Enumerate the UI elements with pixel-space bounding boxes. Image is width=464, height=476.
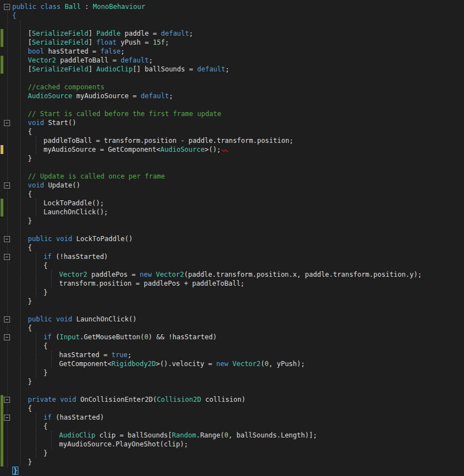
- code-line-text[interactable]: [12, 74, 464, 83]
- code-line-text[interactable]: {: [12, 422, 464, 431]
- code-line[interactable]: myAudioSource = GetComponent<AudioSource…: [0, 145, 464, 154]
- code-line[interactable]: −void Update(): [0, 181, 464, 190]
- code-line[interactable]: {: [0, 243, 464, 252]
- code-line[interactable]: {: [0, 261, 464, 270]
- code-line-text[interactable]: AudioSource myAudioSource = default;: [12, 92, 464, 100]
- code-line-text[interactable]: }: [12, 458, 464, 467]
- code-line-text[interactable]: [SerializeField] float yPush = 15f;: [12, 38, 464, 47]
- code-line[interactable]: {: [0, 127, 464, 136]
- code-line-text[interactable]: public void LockToPaddle(): [12, 234, 464, 243]
- code-line-text[interactable]: [12, 20, 464, 29]
- code-line[interactable]: }: [0, 467, 464, 475]
- code-line[interactable]: −public void LaunchOnClick(): [0, 315, 464, 324]
- code-line-text[interactable]: if (Input.GetMouseButton(0) && !hasStart…: [12, 333, 464, 342]
- code-line[interactable]: // Start is called before the first fram…: [0, 109, 464, 118]
- code-line[interactable]: −if (hasStarted): [0, 413, 464, 422]
- fold-collapse-icon[interactable]: −: [4, 316, 10, 323]
- code-line-text[interactable]: {: [12, 243, 464, 252]
- code-line-text[interactable]: private void OnCollisionEnter2D(Collisio…: [12, 395, 464, 404]
- fold-collapse-icon[interactable]: −: [4, 120, 10, 126]
- code-line-text[interactable]: paddleToBall = transform.position - padd…: [12, 136, 464, 145]
- code-line[interactable]: {: [0, 422, 464, 431]
- code-line-text[interactable]: {: [12, 261, 464, 270]
- code-line[interactable]: }: [0, 217, 464, 225]
- code-line[interactable]: AudioSource myAudioSource = default;: [0, 92, 464, 100]
- fold-collapse-icon[interactable]: −: [4, 397, 10, 403]
- fold-collapse-icon[interactable]: −: [4, 334, 10, 340]
- code-line[interactable]: [0, 386, 464, 395]
- code-line-text[interactable]: myAudioSource.PlayOneShot(clip);: [12, 440, 464, 449]
- code-line[interactable]: Vector2 paddleToBall = default;: [0, 56, 464, 65]
- code-line-text[interactable]: }: [12, 449, 464, 458]
- fold-collapse-icon[interactable]: −: [4, 236, 10, 242]
- code-line-text[interactable]: [12, 225, 464, 234]
- code-editor[interactable]: −public class Ball : MonoBehaviour{[Seri…: [0, 0, 464, 476]
- code-line-text[interactable]: myAudioSource = GetComponent<AudioSource…: [12, 145, 464, 154]
- code-line-text[interactable]: // Update is called once per frame: [12, 172, 464, 181]
- code-line-text[interactable]: if (hasStarted): [12, 413, 464, 422]
- code-line[interactable]: paddleToBall = transform.position - padd…: [0, 136, 464, 145]
- code-line-text[interactable]: [SerializeField] AudioClip[] ballSounds …: [12, 65, 464, 74]
- code-line[interactable]: [SerializeField] Paddle paddle = default…: [0, 29, 464, 38]
- code-line[interactable]: −void Start(): [0, 118, 464, 127]
- code-line[interactable]: }: [0, 154, 464, 163]
- code-line-text[interactable]: LockToPaddle();: [12, 199, 464, 208]
- code-line-text[interactable]: public class Ball : MonoBehaviour: [12, 2, 464, 11]
- code-line[interactable]: −if (!hasStarted): [0, 252, 464, 261]
- code-line-text[interactable]: [12, 100, 464, 109]
- code-line-text[interactable]: public void LaunchOnClick(): [12, 315, 464, 324]
- code-line-text[interactable]: Vector2 paddleToBall = default;: [12, 56, 464, 65]
- code-line[interactable]: // Update is called once per frame: [0, 172, 464, 181]
- code-line[interactable]: }: [0, 449, 464, 458]
- code-line-text[interactable]: LaunchOnClick();: [12, 208, 464, 217]
- code-line[interactable]: }: [0, 297, 464, 306]
- code-line[interactable]: [SerializeField] float yPush = 15f;: [0, 38, 464, 47]
- code-line-text[interactable]: // Start is called before the first fram…: [12, 109, 464, 118]
- code-line-text[interactable]: GetComponent<Rigidbody2D>().velocity = n…: [12, 359, 464, 368]
- code-line[interactable]: [0, 306, 464, 315]
- code-line-text[interactable]: }: [12, 288, 464, 297]
- code-line[interactable]: GetComponent<Rigidbody2D>().velocity = n…: [0, 359, 464, 368]
- code-line[interactable]: AudioClip clip = ballSounds[Random.Range…: [0, 431, 464, 440]
- fold-collapse-icon[interactable]: −: [4, 4, 10, 10]
- code-line-text[interactable]: AudioClip clip = ballSounds[Random.Range…: [12, 431, 464, 440]
- code-line[interactable]: {: [0, 190, 464, 199]
- code-line-text[interactable]: Vector2 paddlePos = new Vector2(paddle.t…: [12, 270, 464, 279]
- code-line[interactable]: −public class Ball : MonoBehaviour: [0, 2, 464, 11]
- code-line-text[interactable]: }: [12, 297, 464, 306]
- code-line[interactable]: myAudioSource.PlayOneShot(clip);: [0, 440, 464, 449]
- fold-collapse-icon[interactable]: −: [4, 415, 10, 421]
- code-line-text[interactable]: bool hasStarted = false;: [12, 47, 464, 56]
- code-line[interactable]: Vector2 paddlePos = new Vector2(paddle.t…: [0, 270, 464, 279]
- fold-collapse-icon[interactable]: −: [4, 182, 10, 189]
- code-line[interactable]: [0, 163, 464, 172]
- code-line[interactable]: {: [0, 11, 464, 20]
- code-line[interactable]: }: [0, 377, 464, 386]
- code-line[interactable]: [0, 100, 464, 109]
- code-line[interactable]: }: [0, 458, 464, 467]
- code-line[interactable]: {: [0, 342, 464, 350]
- code-line[interactable]: −if (Input.GetMouseButton(0) && !hasStar…: [0, 333, 464, 342]
- code-line-text[interactable]: {: [12, 404, 464, 413]
- code-line[interactable]: −private void OnCollisionEnter2D(Collisi…: [0, 395, 464, 404]
- code-line[interactable]: {: [0, 404, 464, 413]
- code-line-text[interactable]: }: [12, 377, 464, 386]
- code-line[interactable]: −public void LockToPaddle(): [0, 234, 464, 243]
- code-line-text[interactable]: if (!hasStarted): [12, 252, 464, 261]
- code-line[interactable]: LockToPaddle();: [0, 199, 464, 208]
- code-line-text[interactable]: hasStarted = true;: [12, 350, 464, 359]
- code-line[interactable]: [0, 225, 464, 234]
- code-line-text[interactable]: }: [12, 368, 464, 377]
- code-line-text[interactable]: {: [12, 11, 464, 20]
- code-line-text[interactable]: [12, 306, 464, 315]
- code-line[interactable]: }: [0, 288, 464, 297]
- code-line[interactable]: //cached components: [0, 83, 464, 92]
- code-line-text[interactable]: void Start(): [12, 118, 464, 127]
- code-line[interactable]: }: [0, 368, 464, 377]
- code-line[interactable]: [SerializeField] AudioClip[] ballSounds …: [0, 65, 464, 74]
- code-line-text[interactable]: {: [12, 190, 464, 199]
- code-line[interactable]: LaunchOnClick();: [0, 208, 464, 217]
- code-line[interactable]: [0, 20, 464, 29]
- code-line[interactable]: hasStarted = true;: [0, 350, 464, 359]
- code-line-text[interactable]: transform.position = paddlePos + paddleT…: [12, 279, 464, 288]
